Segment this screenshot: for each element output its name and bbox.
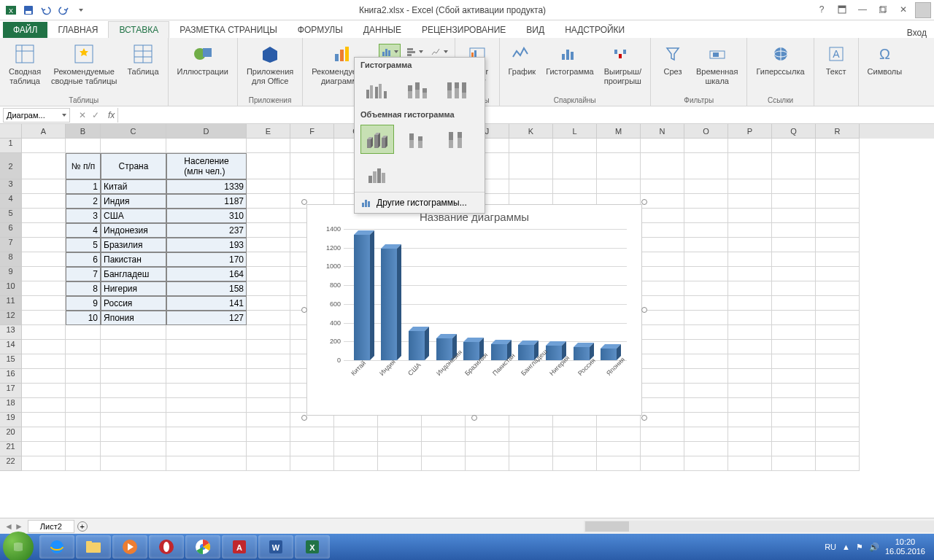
undo-icon[interactable] <box>38 2 54 18</box>
cell[interactable] <box>422 427 466 442</box>
stacked-column-3d[interactable] <box>400 125 433 154</box>
cell[interactable] <box>728 281 772 296</box>
cell[interactable] <box>290 179 334 194</box>
cell[interactable] <box>66 384 101 398</box>
cell[interactable] <box>166 354 247 369</box>
cell[interactable] <box>553 139 597 153</box>
cell[interactable] <box>247 179 290 194</box>
cell[interactable] <box>166 442 247 456</box>
enter-formula-icon[interactable]: ✓ <box>92 110 99 120</box>
cell[interactable] <box>247 398 290 413</box>
cell[interactable] <box>101 340 166 354</box>
sparkline-column-button[interactable]: Гистограмма <box>541 41 598 78</box>
cell[interactable] <box>641 325 684 340</box>
cell[interactable] <box>728 209 772 223</box>
chart-bar[interactable] <box>381 249 397 360</box>
cell[interactable]: Индонезия <box>101 223 166 238</box>
cell[interactable] <box>101 456 166 471</box>
lang-indicator[interactable]: RU <box>825 542 836 551</box>
chart-bar[interactable] <box>601 349 617 360</box>
col-header-N[interactable]: N <box>641 124 684 139</box>
chart-object[interactable]: Название диаграммы 020040060080010001200… <box>306 204 642 416</box>
cell[interactable] <box>166 139 247 153</box>
cell[interactable] <box>247 267 290 281</box>
cell[interactable] <box>101 427 166 442</box>
taskbar-clock[interactable]: 10:20 16.05.2016 <box>885 537 925 556</box>
cell[interactable] <box>728 369 772 384</box>
cell[interactable] <box>816 369 860 384</box>
cell[interactable]: 8 <box>66 281 101 296</box>
cell[interactable] <box>247 340 290 354</box>
sheet-nav-next-icon[interactable]: ► <box>15 521 23 532</box>
cell[interactable] <box>684 340 728 354</box>
cell[interactable] <box>166 384 247 398</box>
cell[interactable] <box>66 369 101 384</box>
row-header-2[interactable]: 2 <box>0 153 22 179</box>
cell[interactable] <box>684 296 728 311</box>
row-header-11[interactable]: 11 <box>0 296 22 311</box>
cell[interactable] <box>22 209 66 223</box>
cell[interactable] <box>22 296 66 311</box>
cell[interactable] <box>684 456 728 471</box>
row-header-18[interactable]: 18 <box>0 398 22 413</box>
cell[interactable] <box>641 398 684 413</box>
cell[interactable] <box>22 427 66 442</box>
cell[interactable]: 310 <box>166 209 247 223</box>
cell[interactable] <box>772 369 816 384</box>
cell[interactable] <box>772 209 816 223</box>
cell[interactable] <box>66 442 101 456</box>
cell[interactable] <box>816 413 860 427</box>
cell[interactable] <box>684 139 728 153</box>
cell[interactable] <box>728 340 772 354</box>
cell[interactable] <box>816 384 860 398</box>
cell[interactable] <box>22 252 66 267</box>
cell[interactable] <box>22 311 66 325</box>
cell[interactable] <box>166 325 247 340</box>
cell[interactable]: 1187 <box>166 194 247 209</box>
cell[interactable] <box>166 340 247 354</box>
row-header-9[interactable]: 9 <box>0 267 22 281</box>
tray-icon-flag[interactable]: ⚑ <box>856 542 863 552</box>
cell[interactable] <box>728 296 772 311</box>
cell[interactable] <box>290 456 334 471</box>
redo-icon[interactable] <box>55 2 72 18</box>
cell[interactable] <box>334 442 378 456</box>
cell[interactable] <box>641 340 684 354</box>
cell[interactable]: Япония <box>101 311 166 325</box>
cell[interactable] <box>816 325 860 340</box>
cell[interactable] <box>22 398 66 413</box>
cell[interactable] <box>22 369 66 384</box>
cell[interactable] <box>290 442 334 456</box>
cell[interactable] <box>641 139 684 153</box>
cell[interactable] <box>728 179 772 194</box>
cell[interactable] <box>641 267 684 281</box>
cell[interactable] <box>816 267 860 281</box>
cell[interactable] <box>509 427 553 442</box>
cell[interactable] <box>816 296 860 311</box>
cell[interactable] <box>728 413 772 427</box>
col-header-A[interactable]: A <box>22 124 66 139</box>
col-header-P[interactable]: P <box>728 124 772 139</box>
cell[interactable]: 1 <box>66 179 101 194</box>
tab-review[interactable]: РЕЦЕНЗИРОВАНИЕ <box>412 22 516 38</box>
row-header-5[interactable]: 5 <box>0 209 22 223</box>
col-header-E[interactable]: E <box>247 124 290 139</box>
cell[interactable] <box>728 238 772 252</box>
cell[interactable] <box>66 340 101 354</box>
cell[interactable] <box>101 354 166 369</box>
tab-home[interactable]: ГЛАВНАЯ <box>47 22 108 38</box>
clustered-column-3d[interactable] <box>360 125 394 154</box>
cell[interactable] <box>641 456 684 471</box>
cell[interactable] <box>684 194 728 209</box>
cell[interactable] <box>684 153 728 179</box>
cell[interactable]: Пакистан <box>101 252 166 267</box>
col-header-R[interactable]: R <box>816 124 860 139</box>
cell[interactable]: 170 <box>166 252 247 267</box>
cell[interactable] <box>22 238 66 252</box>
taskbar-word[interactable]: W <box>258 535 293 559</box>
chart-bar[interactable] <box>518 345 534 360</box>
cell[interactable] <box>509 456 553 471</box>
new-sheet-button[interactable]: + <box>74 520 90 533</box>
more-column-charts[interactable]: Другие гистограммы... <box>355 192 485 213</box>
cell[interactable] <box>728 252 772 267</box>
